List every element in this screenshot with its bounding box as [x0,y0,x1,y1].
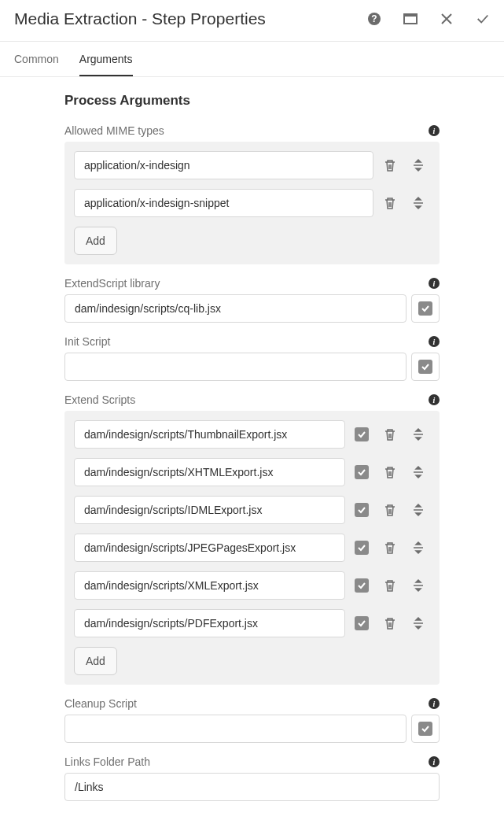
field-extend-scripts: Extend Scripts i [64,392,440,685]
mime-type-row [74,151,430,179]
links-folder-path-label: Links Folder Path [64,755,150,768]
extend-script-input[interactable] [74,609,345,637]
extend-script-input[interactable] [74,496,345,524]
content-area: Process Arguments Allowed MIME types i [0,77,504,820]
extend-script-toggle[interactable] [350,423,373,446]
reorder-icon[interactable] [407,611,430,635]
confirm-icon[interactable] [476,12,490,26]
section-heading: Process Arguments [64,93,440,109]
extend-scripts-container: Add [64,411,440,685]
delete-icon[interactable] [378,536,402,560]
delete-icon[interactable] [378,153,402,177]
extend-script-toggle[interactable] [350,611,373,635]
field-extendscript-library: ExtendScript library i [64,275,440,323]
reorder-icon[interactable] [407,574,430,597]
cleanup-script-toggle[interactable] [411,715,440,743]
close-icon[interactable] [440,12,454,26]
extend-script-toggle[interactable] [350,536,373,560]
add-mime-type-button[interactable]: Add [74,227,117,255]
field-cleanup-script: Cleanup Script i [64,696,440,743]
reorder-icon[interactable] [407,153,430,177]
extend-script-toggle[interactable] [350,498,373,522]
field-mime-types: Allowed MIME types i [64,123,440,264]
mime-type-input[interactable] [74,189,373,217]
extend-script-row [74,420,430,449]
svg-rect-3 [404,14,417,17]
links-folder-path-input[interactable] [64,773,440,801]
header-actions: ? [367,12,490,26]
field-init-script: Init Script i [64,334,440,381]
cleanup-script-label: Cleanup Script [64,697,137,710]
extend-script-row [74,609,430,637]
delete-icon[interactable] [378,423,402,446]
extend-scripts-label: Extend Scripts [64,393,135,406]
add-extend-script-button[interactable]: Add [74,647,117,675]
extendscript-library-label: ExtendScript library [64,277,160,290]
extend-script-row [74,571,430,600]
extend-script-toggle[interactable] [350,460,373,484]
tab-arguments[interactable]: Arguments [79,42,133,76]
dialog-header: Media Extraction - Step Properties ? [0,0,504,42]
extend-script-input[interactable] [74,571,345,600]
info-icon[interactable]: i [429,278,440,289]
extend-script-input[interactable] [74,534,345,562]
extend-script-row [74,496,430,524]
field-links-folder-path: Links Folder Path i [64,754,440,801]
extendscript-library-toggle[interactable] [411,294,440,323]
delete-icon[interactable] [378,191,402,215]
cleanup-script-input[interactable] [64,715,407,743]
delete-icon[interactable] [378,460,402,484]
info-icon[interactable]: i [429,394,440,405]
extend-script-row [74,534,430,562]
info-icon[interactable]: i [429,756,440,767]
info-icon[interactable]: i [429,336,440,347]
init-script-input[interactable] [64,353,407,381]
reorder-icon[interactable] [407,423,430,446]
help-icon[interactable]: ? [367,12,381,26]
extendscript-library-input[interactable] [64,294,407,323]
init-script-label: Init Script [64,335,110,348]
init-script-toggle[interactable] [411,353,440,381]
extend-script-input[interactable] [74,420,345,449]
info-icon[interactable]: i [429,698,440,709]
info-icon[interactable]: i [429,125,440,136]
fullscreen-icon[interactable] [403,12,418,26]
tab-common[interactable]: Common [14,42,59,76]
reorder-icon[interactable] [407,191,430,215]
mime-types-label: Allowed MIME types [64,124,164,137]
delete-icon[interactable] [378,574,402,597]
mime-types-container: Add [64,142,440,264]
delete-icon[interactable] [378,611,402,635]
extend-script-input[interactable] [74,458,345,486]
delete-icon[interactable] [378,498,402,522]
reorder-icon[interactable] [407,460,430,484]
reorder-icon[interactable] [407,498,430,522]
reorder-icon[interactable] [407,536,430,560]
mime-type-input[interactable] [74,151,373,179]
mime-type-row [74,189,430,217]
tab-bar: Common Arguments [0,42,504,77]
dialog-title: Media Extraction - Step Properties [14,9,266,28]
extend-script-toggle[interactable] [350,574,373,597]
svg-text:?: ? [371,13,377,24]
extend-script-row [74,458,430,486]
